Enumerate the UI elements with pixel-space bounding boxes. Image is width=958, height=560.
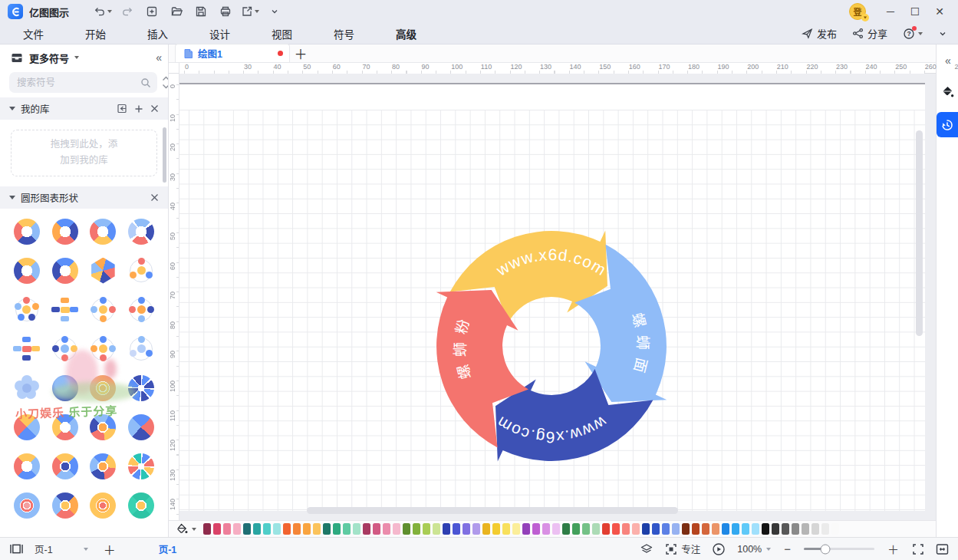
- color-swatch-25[interactable]: [453, 523, 460, 535]
- sidebar-collapse-button[interactable]: «: [156, 51, 160, 64]
- undo-button[interactable]: [93, 3, 113, 20]
- export-button[interactable]: [240, 3, 260, 20]
- color-swatch-55[interactable]: [752, 523, 759, 535]
- color-swatch-11[interactable]: [313, 523, 321, 535]
- symbol-thumbnail-2[interactable]: [84, 218, 123, 245]
- symbol-thumbnail-26[interactable]: [84, 453, 123, 480]
- color-swatch-52[interactable]: [722, 523, 729, 535]
- focus-mode-button[interactable]: 专注: [665, 542, 700, 556]
- color-swatch-60[interactable]: [802, 523, 809, 535]
- symbol-thumbnail-29[interactable]: [46, 492, 84, 519]
- color-swatch-20[interactable]: [403, 523, 410, 535]
- symbol-thumbnail-14[interactable]: [84, 335, 123, 363]
- color-swatch-14[interactable]: [343, 523, 351, 535]
- color-swatch-15[interactable]: [353, 523, 360, 535]
- drawing-page[interactable]: www.x6d.com 螺蛳面 www.x6g.com 螺蛳粉: [179, 83, 925, 511]
- export-dropdown-caret[interactable]: [255, 10, 259, 13]
- vertical-scrollbar[interactable]: [916, 130, 923, 336]
- symbol-thumbnail-24[interactable]: [8, 453, 46, 480]
- menu-item-4[interactable]: 视图: [268, 25, 295, 43]
- redo-button[interactable]: [117, 3, 137, 20]
- symbol-thumbnail-0[interactable]: [8, 218, 46, 245]
- open-file-button[interactable]: [166, 3, 186, 20]
- color-swatch-48[interactable]: [682, 523, 690, 535]
- symbol-thumbnail-4[interactable]: [8, 257, 46, 285]
- symbol-thumbnail-30[interactable]: [84, 492, 123, 519]
- symbol-thumbnail-22[interactable]: [84, 413, 123, 441]
- new-tab-button[interactable]: ＋: [290, 44, 311, 62]
- fullscreen-button[interactable]: [912, 543, 924, 555]
- add-page-button[interactable]: ＋: [96, 540, 123, 558]
- color-swatch-31[interactable]: [512, 523, 520, 535]
- color-swatch-30[interactable]: [502, 523, 510, 535]
- color-swatch-4[interactable]: [243, 523, 251, 535]
- color-swatch-58[interactable]: [782, 523, 789, 535]
- sidebar-scrollbar[interactable]: [163, 127, 166, 183]
- section-collapse-triangle[interactable]: [9, 107, 15, 110]
- zoom-level-dropdown[interactable]: 100%: [737, 544, 771, 555]
- zoom-slider[interactable]: [804, 548, 874, 550]
- close-button[interactable]: ✕: [927, 2, 952, 21]
- color-swatch-9[interactable]: [293, 523, 301, 535]
- color-swatch-38[interactable]: [582, 523, 590, 535]
- symbol-thumbnail-6[interactable]: [84, 257, 123, 285]
- symbol-thumbnail-27[interactable]: [122, 453, 160, 480]
- horizontal-scrollbar[interactable]: [307, 507, 678, 514]
- color-swatch-6[interactable]: [263, 523, 271, 535]
- symbol-thumbnail-25[interactable]: [46, 453, 84, 480]
- close-library-icon[interactable]: [150, 104, 159, 113]
- color-swatch-22[interactable]: [423, 523, 430, 535]
- symbol-thumbnail-13[interactable]: [46, 335, 84, 363]
- color-swatch-5[interactable]: [253, 523, 261, 535]
- color-swatch-28[interactable]: [482, 523, 490, 535]
- save-button[interactable]: [191, 3, 211, 20]
- format-fill-tool[interactable]: [937, 81, 957, 101]
- symbol-thumbnail-3[interactable]: [122, 218, 160, 245]
- color-swatch-34[interactable]: [542, 523, 550, 535]
- add-library-icon[interactable]: [134, 104, 143, 114]
- color-swatch-47[interactable]: [672, 523, 680, 535]
- section-my-library[interactable]: 我的库: [0, 97, 168, 120]
- search-icon[interactable]: [140, 77, 151, 88]
- symbol-thumbnail-31[interactable]: [122, 492, 160, 519]
- section-circle-chart-shapes[interactable]: 圆形图表形状: [0, 186, 168, 209]
- symbol-thumbnail-5[interactable]: [46, 257, 84, 285]
- help-button[interactable]: ?: [903, 28, 923, 40]
- section-collapse-triangle[interactable]: [9, 196, 15, 199]
- menu-item-5[interactable]: 符号: [331, 25, 357, 43]
- color-swatch-53[interactable]: [732, 523, 739, 535]
- active-page-tab[interactable]: 页-1: [159, 542, 177, 556]
- symbol-thumbnail-19[interactable]: [122, 374, 160, 402]
- layers-button[interactable]: [640, 543, 653, 555]
- import-library-icon[interactable]: [117, 104, 127, 114]
- maximize-button[interactable]: ☐: [903, 2, 927, 21]
- fit-width-button[interactable]: [936, 543, 949, 555]
- symbol-thumbnail-16[interactable]: [8, 374, 46, 402]
- color-swatch-10[interactable]: [303, 523, 311, 535]
- zoom-out-button[interactable]: −: [782, 542, 792, 555]
- color-swatch-23[interactable]: [433, 523, 440, 535]
- color-swatch-33[interactable]: [532, 523, 540, 535]
- symbol-thumbnail-17[interactable]: [46, 374, 84, 402]
- symbol-thumbnail-21[interactable]: [46, 413, 84, 441]
- scroll-up-icon[interactable]: [162, 76, 169, 81]
- symbol-thumbnail-7[interactable]: [122, 257, 160, 285]
- library-dropzone[interactable]: 拖拽到此处，添 加到我的库: [11, 130, 157, 176]
- publish-button[interactable]: 发布: [802, 26, 837, 41]
- print-button[interactable]: [216, 3, 235, 20]
- symbol-thumbnail-12[interactable]: [8, 335, 46, 363]
- color-swatch-37[interactable]: [572, 523, 580, 535]
- color-swatch-13[interactable]: [333, 523, 341, 535]
- color-swatch-26[interactable]: [463, 523, 470, 535]
- menu-item-2[interactable]: 插入: [144, 25, 171, 43]
- pages-panel-toggle[interactable]: [9, 543, 24, 555]
- color-swatch-27[interactable]: [472, 523, 480, 535]
- history-panel-button[interactable]: [937, 112, 958, 137]
- ribbon-toggle-icon[interactable]: [938, 29, 947, 38]
- color-swatch-8[interactable]: [283, 523, 291, 535]
- user-avatar[interactable]: 登: [849, 3, 866, 20]
- page-selector-dropdown[interactable]: 页-1: [35, 542, 88, 556]
- undo-dropdown-caret[interactable]: [107, 10, 112, 13]
- menu-item-1[interactable]: 开始: [82, 25, 109, 43]
- color-swatch-62[interactable]: [821, 523, 829, 535]
